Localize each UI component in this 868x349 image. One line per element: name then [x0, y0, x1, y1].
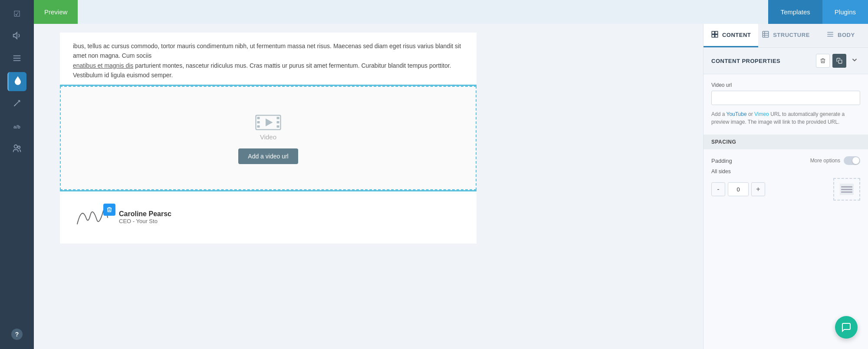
sidebar: ☑ a/b ? — [0, 0, 34, 349]
svg-rect-15 — [712, 31, 714, 34]
svg-point-5 — [14, 145, 17, 148]
svg-point-6 — [18, 146, 20, 148]
film-icon — [255, 112, 281, 133]
help-text: Add a YouTube or Vimeo URL to automatica… — [711, 110, 860, 126]
megaphone-icon — [12, 31, 22, 43]
svg-rect-9 — [257, 121, 260, 123]
tab-structure-label: STRUCTURE — [773, 32, 810, 38]
sidebar-item-megaphone[interactable] — [7, 27, 26, 46]
sidebar-item-help[interactable]: ? — [7, 325, 26, 344]
video-label: Video — [260, 133, 276, 141]
top-bar-right: Templates Plugins — [768, 0, 868, 24]
all-sides-label: All sides — [711, 168, 860, 174]
video-block[interactable]: Video Add a video url — [60, 86, 477, 190]
templates-button[interactable]: Templates — [768, 0, 822, 24]
chat-bubble[interactable] — [835, 316, 858, 339]
svg-rect-12 — [277, 121, 279, 123]
vimeo-link[interactable]: Vimeo — [754, 111, 769, 117]
svg-rect-16 — [715, 31, 718, 34]
padding-visual-inner — [840, 184, 854, 195]
sidebar-item-group[interactable] — [7, 140, 26, 159]
increment-padding-button[interactable]: + — [751, 182, 765, 196]
collapse-properties-button[interactable] — [849, 54, 860, 68]
decrement-padding-button[interactable]: - — [711, 182, 725, 196]
signature-text: Caroline Pearsc CEO - Your Sto — [119, 210, 171, 224]
tab-body-label: BODY — [838, 32, 855, 38]
canvas-area: ibus, tellus ac cursus commodo, tortor m… — [34, 24, 703, 349]
spacing-header: SPACING — [704, 135, 868, 149]
svg-rect-13 — [277, 125, 279, 128]
padding-row: Padding More options — [711, 149, 860, 168]
email-content: ibus, tellus ac cursus commodo, tortor m… — [60, 33, 477, 244]
toggle-thumb — [852, 157, 859, 164]
main-area: Preview Templates Plugins ibus, tellus a… — [34, 0, 868, 349]
svg-marker-14 — [266, 119, 273, 126]
paragraph-text: ibus, tellus ac cursus commodo, tortor m… — [73, 43, 461, 59]
tab-content[interactable]: CONTENT — [704, 24, 758, 47]
svg-rect-10 — [257, 125, 260, 128]
sidebar-item-theme[interactable] — [7, 72, 26, 91]
video-url-label: Video url — [711, 82, 860, 88]
plugins-button[interactable]: Plugins — [822, 0, 868, 24]
tab-content-label: CONTENT — [722, 32, 751, 38]
panel-tabs: CONTENT STRUCTURE BODY — [704, 24, 868, 48]
duplicate-block-button[interactable] — [832, 54, 846, 68]
help-icon: ? — [11, 329, 23, 340]
panel-body: Video url Add a YouTube or Vimeo URL to … — [704, 74, 868, 208]
structure-tab-icon — [762, 30, 769, 40]
signature-block: Caroline Pearsc CEO - Your Sto — [60, 191, 477, 244]
body-tab-icon — [826, 30, 834, 40]
video-url-input[interactable] — [711, 91, 860, 105]
padding-value-input[interactable] — [728, 182, 749, 196]
padding-label: Padding — [711, 158, 732, 164]
right-panel: CONTENT STRUCTURE BODY CONTENT PROP — [703, 24, 868, 349]
svg-rect-8 — [257, 117, 260, 119]
delete-block-button[interactable] — [816, 54, 830, 68]
sidebar-item-ab[interactable]: a/b — [7, 117, 26, 136]
svg-rect-26 — [838, 60, 842, 63]
signature-image — [73, 200, 112, 235]
preview-button[interactable]: Preview — [34, 0, 78, 24]
padding-visual — [833, 178, 860, 201]
text-block: ibus, tellus ac cursus commodo, tortor m… — [60, 33, 477, 85]
tab-body[interactable]: BODY — [813, 24, 868, 47]
padding-visual-line-1 — [841, 186, 852, 188]
delete-signature-button[interactable] — [103, 204, 115, 216]
properties-title: CONTENT PROPERTIES — [711, 58, 780, 64]
add-video-button[interactable]: Add a video url — [238, 148, 298, 164]
properties-actions — [816, 54, 860, 68]
youtube-link[interactable]: YouTube — [726, 111, 746, 117]
content-tab-icon — [711, 30, 719, 40]
wand-icon — [12, 99, 22, 110]
padding-visual-line-2 — [841, 189, 852, 190]
svg-rect-18 — [715, 34, 718, 37]
group-icon — [12, 144, 22, 155]
more-options-label: More options — [810, 158, 840, 164]
properties-header: CONTENT PROPERTIES — [704, 48, 868, 74]
svg-line-4 — [14, 104, 16, 106]
svg-rect-17 — [712, 34, 714, 37]
inline-link[interactable]: enatibus et magnis dis — [73, 62, 133, 69]
stepper-row: - + — [711, 182, 765, 196]
top-bar: Preview Templates Plugins — [34, 0, 868, 24]
checkbox-icon: ☑ — [13, 9, 20, 19]
signature-title: CEO - Your Sto — [119, 218, 171, 224]
drop-icon — [13, 76, 23, 88]
more-options-toggle[interactable] — [844, 156, 860, 165]
more-options-row: More options — [810, 156, 860, 165]
ab-icon: a/b — [13, 124, 20, 129]
svg-rect-19 — [763, 31, 769, 37]
list-icon — [12, 53, 22, 65]
svg-rect-11 — [277, 117, 279, 119]
padding-visual-line-3 — [841, 191, 852, 193]
sidebar-item-checkbox[interactable]: ☑ — [7, 4, 26, 23]
sidebar-item-wand[interactable] — [7, 95, 26, 114]
tab-structure[interactable]: STRUCTURE — [758, 24, 813, 47]
sidebar-item-list[interactable] — [7, 49, 26, 69]
signature-name: Caroline Pearsc — [119, 210, 171, 218]
